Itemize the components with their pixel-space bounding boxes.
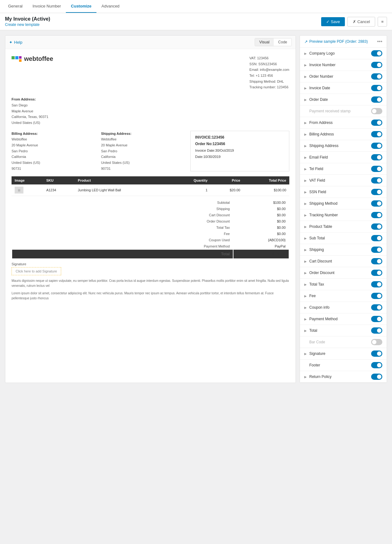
expand-arrow-sub-total[interactable]: ▶ (304, 237, 307, 240)
toggle-tracking-number[interactable] (371, 212, 382, 218)
expand-arrow-payment-method[interactable]: ▶ (304, 317, 307, 321)
settings-label-order-number: Order Number (309, 74, 333, 79)
preview-pdf-link[interactable]: ↗ Preview sample PDF (Order: 2883) (304, 39, 368, 44)
toggle-order-date[interactable] (371, 96, 382, 103)
expand-arrow-billing-address[interactable]: ▶ (304, 133, 307, 136)
expand-arrow-shipping[interactable]: ▶ (304, 248, 307, 252)
settings-label-cart-discount: Cart Discount (309, 259, 332, 263)
tab-customize[interactable]: Customize (66, 0, 96, 13)
settings-label-signature: Signature (309, 351, 325, 356)
settings-item-bar-code: ▶Bar Code (300, 336, 387, 348)
toggle-shipping-method[interactable] (371, 200, 382, 207)
toggle-billing-address[interactable] (371, 131, 382, 137)
fee-label: Fee (12, 231, 233, 237)
toggle-tel-field[interactable] (371, 166, 382, 172)
expand-arrow-shipping-method[interactable]: ▶ (304, 202, 307, 205)
expand-arrow-from-address[interactable]: ▶ (304, 121, 307, 125)
settings-label-billing-address: Billing Address (309, 132, 334, 136)
toggle-vat-field[interactable] (371, 177, 382, 184)
settings-item-left-order-number: ▶Order Number (304, 74, 333, 79)
visual-view-button[interactable]: Visual (255, 38, 274, 46)
settings-label-tracking-number: Tracking Number (309, 213, 338, 217)
toggle-coupon-info[interactable] (371, 304, 382, 311)
toggle-payment-received-stamp[interactable] (371, 108, 382, 114)
total-row: Total $100.00 (12, 250, 289, 258)
expand-arrow-cart-discount[interactable]: ▶ (304, 260, 307, 263)
toggle-total-tax[interactable] (371, 281, 382, 287)
expand-arrow-email-field[interactable]: ▶ (304, 156, 307, 159)
fee-value: $0.00 (233, 231, 289, 237)
col-quantity: Quantity (171, 176, 211, 184)
expand-arrow-order-date[interactable]: ▶ (304, 98, 307, 101)
tab-invoice-number[interactable]: Invoice Number (27, 0, 66, 13)
tab-advanced[interactable]: Advanced (96, 0, 125, 13)
toggle-payment-method[interactable] (371, 316, 382, 322)
menu-button[interactable]: ≡ (378, 17, 387, 27)
toggle-product-table[interactable] (371, 223, 382, 230)
toggle-order-number[interactable] (371, 73, 382, 80)
save-button[interactable]: ✓ Save (321, 17, 345, 26)
expand-arrow-tel-field[interactable]: ▶ (304, 167, 307, 171)
expand-arrow-total[interactable]: ▶ (304, 329, 307, 332)
logo-sq-green (12, 56, 15, 59)
code-view-button[interactable]: Code (274, 38, 292, 46)
toggle-return-policy[interactable] (371, 374, 382, 380)
expand-arrow-tracking-number[interactable]: ▶ (304, 213, 307, 217)
expand-arrow-fee[interactable]: ▶ (304, 294, 307, 298)
footer-text-2: Lorem ipsum dolor sit amet, consectetur … (12, 291, 289, 301)
billing-address-block: Billing Address: Webtoffee 20 Maple Aven… (12, 131, 101, 172)
signature-placeholder[interactable]: Click here to add Signature (12, 267, 61, 275)
toggle-ssn-field[interactable] (371, 189, 382, 195)
expand-arrow-company-logo[interactable]: ▶ (304, 52, 307, 55)
expand-arrow-order-discount[interactable]: ▶ (304, 271, 307, 275)
toggle-total[interactable] (371, 327, 382, 334)
expand-arrow-vat-field[interactable]: ▶ (304, 179, 307, 182)
settings-label-total-tax: Total Tax (309, 282, 324, 287)
page-header: My Invoice (Active) Create new template … (0, 13, 392, 30)
cancel-button[interactable]: ✗ Cancel (347, 17, 375, 27)
create-template-link[interactable]: Create new template (5, 22, 50, 27)
toggle-company-logo[interactable] (371, 50, 382, 56)
expand-arrow-total-tax[interactable]: ▶ (304, 283, 307, 286)
toggle-footer[interactable] (371, 362, 382, 368)
shipping-value: $0.00 (233, 206, 289, 212)
invoice-preview: webtoffee VAT: 123456 SSN: SSN123456 Ema… (5, 49, 296, 310)
shipping-row: Shipping $0.00 (12, 206, 289, 212)
expand-arrow-product-table[interactable]: ▶ (304, 225, 307, 228)
toggle-order-discount[interactable] (371, 270, 382, 276)
logo-sq-blue (15, 56, 18, 59)
toggle-bar-code[interactable] (371, 339, 382, 345)
from-state-zip: California, Texas, 90371 (12, 115, 48, 119)
settings-item-left-cart-discount: ▶Cart Discount (304, 259, 332, 263)
toggle-fee[interactable] (371, 293, 382, 299)
settings-item-left-from-address: ▶From Address (304, 120, 333, 125)
expand-arrow-invoice-date[interactable]: ▶ (304, 86, 307, 90)
toggle-sub-total[interactable] (371, 235, 382, 241)
expand-arrow-shipping-address[interactable]: ▶ (304, 144, 307, 148)
settings-item-left-order-date: ▶Order Date (304, 97, 328, 102)
expand-arrow-order-number[interactable]: ▶ (304, 75, 307, 78)
total-label: Total (12, 250, 233, 258)
toggle-email-field[interactable] (371, 154, 382, 160)
toggle-signature[interactable] (371, 350, 382, 357)
expand-arrow-ssn-field[interactable]: ▶ (304, 190, 307, 194)
toggle-cart-discount[interactable] (371, 258, 382, 264)
expand-arrow-invoice-number[interactable]: ▶ (304, 63, 307, 67)
toggle-shipping[interactable] (371, 247, 382, 253)
settings-item-left-footer: ▶Footer (304, 363, 320, 367)
editor-panel: ✦ Help Visual Code (5, 35, 296, 383)
toggle-slider-payment-received-stamp (371, 108, 382, 114)
expand-arrow-return-policy[interactable]: ▶ (304, 375, 307, 379)
cell-image: ⊞ (12, 184, 43, 196)
settings-list: ▶Company Logo▶Invoice Number▶Order Numbe… (300, 48, 387, 383)
tab-general[interactable]: General (3, 0, 27, 13)
more-options-icon[interactable]: ••• (377, 39, 382, 44)
toggle-invoice-number[interactable] (371, 62, 382, 68)
help-button[interactable]: ✦ Help (9, 40, 22, 45)
settings-item-order-discount: ▶Order Discount (300, 267, 387, 279)
toggle-shipping-address[interactable] (371, 143, 382, 149)
toggle-invoice-date[interactable] (371, 85, 382, 91)
expand-arrow-signature[interactable]: ▶ (304, 352, 307, 355)
expand-arrow-coupon-info[interactable]: ▶ (304, 306, 307, 309)
toggle-from-address[interactable] (371, 120, 382, 126)
